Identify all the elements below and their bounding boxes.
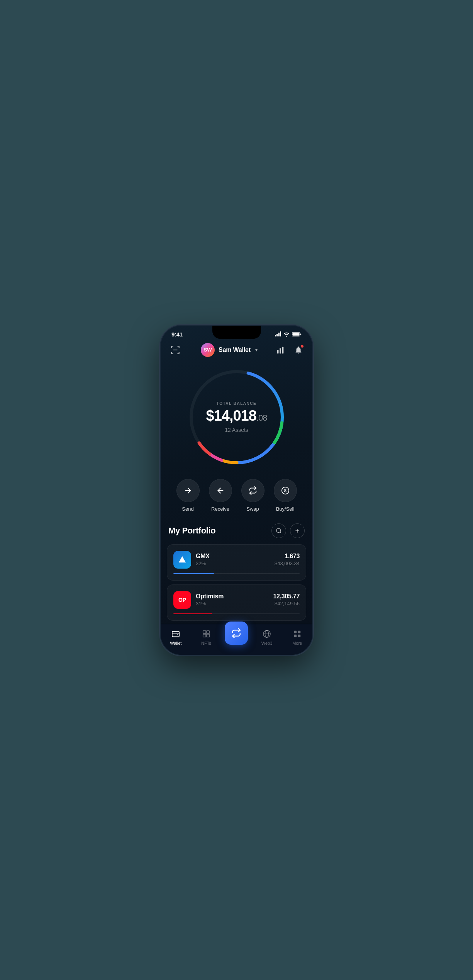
receive-label: Receive: [211, 506, 229, 512]
op-percent: 31%: [196, 601, 269, 606]
search-icon: [276, 528, 282, 534]
send-label: Send: [182, 506, 193, 512]
wallet-selector[interactable]: SW Sam Wallet ▾: [201, 343, 258, 357]
balance-assets: 12 Assets: [202, 427, 271, 433]
buysell-label: Buy/Sell: [276, 506, 295, 512]
gmx-logo: [173, 551, 191, 569]
plus-icon: [294, 528, 300, 534]
status-time: 9:41: [171, 331, 183, 338]
svg-rect-24: [203, 630, 206, 633]
scan-button[interactable]: [168, 343, 184, 357]
action-buttons: Send Receive: [161, 475, 312, 523]
portfolio-actions: [271, 523, 305, 538]
wifi-icon: [283, 332, 290, 337]
phone-screen: 9:41: [161, 326, 312, 655]
portfolio-title: My Portfolio: [168, 526, 215, 536]
nfts-nav-icon: [202, 630, 210, 638]
op-bar: [173, 613, 300, 614]
svg-marker-22: [179, 556, 186, 562]
chevron-down-icon: ▾: [255, 347, 258, 353]
svg-rect-5: [280, 348, 281, 353]
chart-button[interactable]: [275, 344, 287, 356]
gmx-name: GMX: [196, 553, 270, 560]
buysell-icon: $: [281, 486, 290, 495]
scan-icon: [170, 345, 180, 355]
signal-icon: [275, 332, 281, 336]
op-amount: 12,305.77: [273, 593, 300, 600]
bar-chart-icon: [276, 346, 285, 354]
more-nav-icon: [293, 630, 302, 638]
svg-rect-27: [207, 634, 209, 637]
balance-display: TOTAL BALANCE $14,018.08 12 Assets: [202, 401, 271, 433]
svg-point-18: [276, 528, 281, 533]
swap-label: Swap: [246, 506, 259, 512]
op-usd: $42,149.56: [273, 601, 300, 606]
send-icon: [184, 486, 192, 495]
wallet-nav-icon: [171, 630, 180, 638]
nav-center-swap[interactable]: [221, 629, 252, 645]
center-swap-icon: [231, 628, 241, 638]
notification-badge: [300, 345, 304, 348]
svg-rect-1: [292, 333, 299, 336]
svg-rect-31: [294, 630, 296, 633]
avatar: SW: [201, 343, 215, 357]
svg-rect-23: [172, 631, 179, 637]
battery-icon: [292, 332, 302, 337]
wallet-nav-label: Wallet: [170, 641, 181, 645]
nav-wallet[interactable]: Wallet: [161, 629, 191, 645]
receive-button[interactable]: Receive: [209, 479, 232, 512]
gmx-bar: [173, 573, 300, 574]
web3-nav-label: Web3: [261, 641, 273, 645]
svg-rect-25: [207, 630, 209, 633]
add-asset-button[interactable]: [290, 523, 305, 538]
status-icons: [275, 332, 302, 337]
svg-rect-2: [300, 333, 302, 335]
balance-cents: .08: [256, 413, 267, 422]
more-nav-label: More: [292, 641, 302, 645]
op-name: Optimism: [196, 593, 269, 600]
gmx-percent: 32%: [196, 560, 270, 566]
balance-circle: TOTAL BALANCE $14,018.08 12 Assets: [186, 367, 287, 467]
balance-section: TOTAL BALANCE $14,018.08 12 Assets: [161, 363, 312, 475]
balance-amount: $14,018.08: [202, 408, 271, 424]
svg-line-19: [280, 532, 281, 533]
op-logo: OP: [173, 591, 191, 609]
svg-rect-4: [277, 350, 279, 353]
nav-more[interactable]: More: [282, 629, 312, 645]
portfolio-section: My Portfolio: [161, 523, 312, 621]
asset-card-optimism[interactable]: OP Optimism 31% 12,305.77 $42,149.56: [167, 584, 306, 621]
gmx-logo-icon: [178, 555, 186, 564]
receive-icon: [216, 486, 225, 495]
web3-nav-icon: [263, 630, 271, 638]
nav-web3[interactable]: Web3: [252, 629, 282, 645]
svg-rect-26: [203, 634, 206, 637]
portfolio-header: My Portfolio: [167, 523, 306, 538]
buysell-button[interactable]: $ Buy/Sell: [274, 479, 297, 512]
search-button[interactable]: [271, 523, 286, 538]
send-button[interactable]: Send: [176, 479, 200, 512]
app-header: SW Sam Wallet ▾: [161, 340, 312, 363]
swap-button[interactable]: Swap: [241, 479, 264, 512]
op-logo-text: OP: [178, 597, 186, 603]
gmx-usd: $43,003.34: [275, 560, 300, 566]
asset-card-gmx[interactable]: GMX 32% 1.673 $43,003.34: [167, 544, 306, 581]
svg-rect-33: [294, 634, 296, 637]
header-actions: [275, 344, 305, 356]
balance-label: TOTAL BALANCE: [202, 401, 271, 405]
wallet-name: Sam Wallet: [219, 346, 251, 353]
balance-main: $14,018: [206, 407, 256, 423]
notification-button[interactable]: [292, 344, 305, 356]
swap-icon: [249, 486, 257, 495]
svg-rect-6: [282, 346, 284, 353]
nfts-nav-label: NFTs: [201, 641, 211, 645]
bottom-navigation: Wallet NFTs: [161, 624, 312, 655]
svg-rect-34: [298, 634, 300, 637]
svg-text:$: $: [284, 488, 286, 493]
phone-frame: 9:41: [161, 326, 312, 655]
phone-notch: [212, 326, 261, 339]
gmx-amount: 1.673: [275, 553, 300, 560]
svg-rect-32: [298, 630, 300, 633]
nav-nfts[interactable]: NFTs: [191, 629, 222, 645]
